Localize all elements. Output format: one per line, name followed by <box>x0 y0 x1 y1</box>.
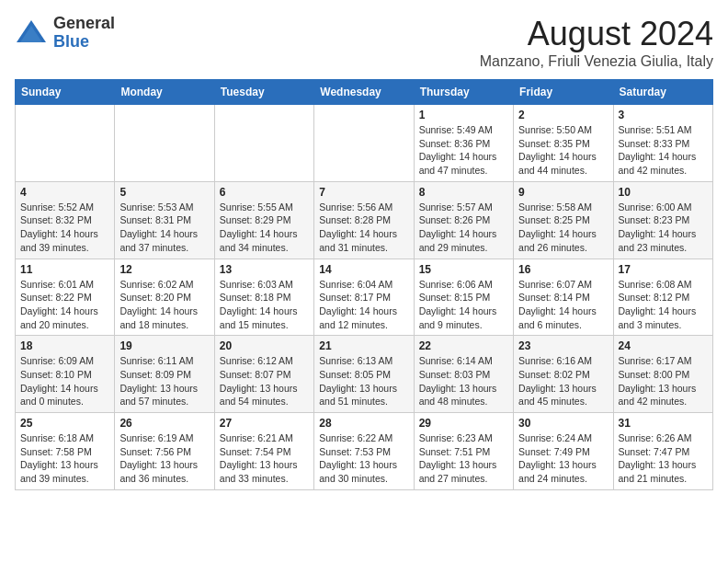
day-number: 16 <box>518 263 608 276</box>
day-number: 28 <box>319 417 408 430</box>
day-cell: 23Sunrise: 6:16 AMSunset: 8:02 PMDayligh… <box>514 336 613 413</box>
day-number: 17 <box>619 263 708 276</box>
day-info: Sunrise: 6:26 AMSunset: 7:47 PMDaylight:… <box>619 431 708 486</box>
location-title: Manzano, Friuli Venezia Giulia, Italy <box>480 53 713 70</box>
day-cell: 6Sunrise: 5:55 AMSunset: 8:29 PMDaylight… <box>214 181 313 259</box>
day-info: Sunrise: 6:02 AMSunset: 8:20 PMDaylight:… <box>119 278 209 332</box>
day-cell: 4Sunrise: 5:52 AMSunset: 8:32 PMDaylight… <box>16 181 115 259</box>
day-info: Sunrise: 6:17 AMSunset: 8:00 PMDaylight:… <box>619 354 708 408</box>
day-info: Sunrise: 6:23 AMSunset: 7:51 PMDaylight:… <box>419 431 508 486</box>
day-number: 18 <box>20 339 109 352</box>
weekday-header-thursday: Thursday <box>414 80 513 105</box>
day-info: Sunrise: 5:57 AMSunset: 8:26 PMDaylight:… <box>419 201 508 255</box>
day-number: 23 <box>518 339 608 352</box>
day-cell: 25Sunrise: 6:18 AMSunset: 7:58 PMDayligh… <box>16 413 115 490</box>
day-info: Sunrise: 6:18 AMSunset: 7:58 PMDaylight:… <box>20 431 109 486</box>
month-title: August 2024 <box>480 15 713 53</box>
weekday-header-tuesday: Tuesday <box>214 80 313 105</box>
day-cell: 7Sunrise: 5:56 AMSunset: 8:28 PMDaylight… <box>314 181 414 259</box>
day-cell: 1Sunrise: 5:49 AMSunset: 8:36 PMDaylight… <box>414 105 513 182</box>
day-cell: 20Sunrise: 6:12 AMSunset: 8:07 PMDayligh… <box>214 336 313 413</box>
day-cell: 3Sunrise: 5:51 AMSunset: 8:33 PMDaylight… <box>613 105 712 182</box>
day-cell: 14Sunrise: 6:04 AMSunset: 8:17 PMDayligh… <box>314 259 414 336</box>
day-info: Sunrise: 6:22 AMSunset: 7:53 PMDaylight:… <box>319 431 408 486</box>
day-info: Sunrise: 6:07 AMSunset: 8:14 PMDaylight:… <box>518 278 608 332</box>
day-info: Sunrise: 6:06 AMSunset: 8:15 PMDaylight:… <box>419 278 508 332</box>
day-cell: 17Sunrise: 6:08 AMSunset: 8:12 PMDayligh… <box>613 259 712 336</box>
day-info: Sunrise: 6:03 AMSunset: 8:18 PMDaylight:… <box>220 278 309 332</box>
day-number: 1 <box>419 109 508 121</box>
logo-icon <box>15 17 48 50</box>
day-info: Sunrise: 5:49 AMSunset: 8:36 PMDaylight:… <box>419 123 508 178</box>
day-info: Sunrise: 6:21 AMSunset: 7:54 PMDaylight:… <box>220 431 309 486</box>
day-cell: 18Sunrise: 6:09 AMSunset: 8:10 PMDayligh… <box>16 336 115 413</box>
day-cell <box>214 105 313 182</box>
week-row-2: 4Sunrise: 5:52 AMSunset: 8:32 PMDaylight… <box>16 181 713 259</box>
day-info: Sunrise: 6:11 AMSunset: 8:09 PMDaylight:… <box>119 354 209 408</box>
weekday-header-sunday: Sunday <box>16 80 115 105</box>
day-info: Sunrise: 5:50 AMSunset: 8:35 PMDaylight:… <box>518 123 608 178</box>
day-number: 21 <box>319 339 408 352</box>
day-cell: 12Sunrise: 6:02 AMSunset: 8:20 PMDayligh… <box>115 259 214 336</box>
day-number: 27 <box>220 417 309 430</box>
day-number: 7 <box>319 186 408 199</box>
weekday-header-friday: Friday <box>514 80 613 105</box>
day-info: Sunrise: 6:13 AMSunset: 8:05 PMDaylight:… <box>319 354 408 408</box>
day-info: Sunrise: 6:16 AMSunset: 8:02 PMDaylight:… <box>518 354 608 408</box>
day-number: 20 <box>220 339 309 352</box>
day-cell: 8Sunrise: 5:57 AMSunset: 8:26 PMDaylight… <box>414 181 513 259</box>
day-cell <box>115 105 214 182</box>
day-cell: 9Sunrise: 5:58 AMSunset: 8:25 PMDaylight… <box>514 181 613 259</box>
day-info: Sunrise: 5:51 AMSunset: 8:33 PMDaylight:… <box>619 123 708 178</box>
day-number: 2 <box>518 109 608 121</box>
day-cell: 10Sunrise: 6:00 AMSunset: 8:23 PMDayligh… <box>613 181 712 259</box>
day-number: 19 <box>119 339 209 352</box>
day-info: Sunrise: 5:52 AMSunset: 8:32 PMDaylight:… <box>20 201 109 255</box>
day-info: Sunrise: 6:00 AMSunset: 8:23 PMDaylight:… <box>619 201 708 255</box>
day-cell: 26Sunrise: 6:19 AMSunset: 7:56 PMDayligh… <box>115 413 214 490</box>
day-number: 24 <box>619 339 708 352</box>
week-row-1: 1Sunrise: 5:49 AMSunset: 8:36 PMDaylight… <box>16 105 713 182</box>
day-number: 30 <box>518 417 608 430</box>
day-cell: 16Sunrise: 6:07 AMSunset: 8:14 PMDayligh… <box>514 259 613 336</box>
day-info: Sunrise: 6:09 AMSunset: 8:10 PMDaylight:… <box>20 354 109 408</box>
day-cell: 2Sunrise: 5:50 AMSunset: 8:35 PMDaylight… <box>514 105 613 182</box>
page-header: General Blue August 2024 Manzano, Friuli… <box>15 15 713 70</box>
day-cell: 13Sunrise: 6:03 AMSunset: 8:18 PMDayligh… <box>214 259 313 336</box>
day-number: 29 <box>419 417 508 430</box>
day-number: 9 <box>518 186 608 199</box>
day-cell: 29Sunrise: 6:23 AMSunset: 7:51 PMDayligh… <box>414 413 513 490</box>
day-info: Sunrise: 6:12 AMSunset: 8:07 PMDaylight:… <box>220 354 309 408</box>
weekday-header-monday: Monday <box>115 80 214 105</box>
week-row-4: 18Sunrise: 6:09 AMSunset: 8:10 PMDayligh… <box>16 336 713 413</box>
day-info: Sunrise: 6:04 AMSunset: 8:17 PMDaylight:… <box>319 278 408 332</box>
week-row-3: 11Sunrise: 6:01 AMSunset: 8:22 PMDayligh… <box>16 259 713 336</box>
logo: General Blue <box>15 15 115 52</box>
day-cell <box>16 105 115 182</box>
weekday-header-row: SundayMondayTuesdayWednesdayThursdayFrid… <box>16 80 713 105</box>
day-cell: 24Sunrise: 6:17 AMSunset: 8:00 PMDayligh… <box>613 336 712 413</box>
day-number: 31 <box>619 417 708 430</box>
day-number: 6 <box>220 186 309 199</box>
day-number: 13 <box>220 263 309 276</box>
calendar-table: SundayMondayTuesdayWednesdayThursdayFrid… <box>15 79 713 490</box>
day-cell: 11Sunrise: 6:01 AMSunset: 8:22 PMDayligh… <box>16 259 115 336</box>
day-number: 25 <box>20 417 109 430</box>
day-cell: 30Sunrise: 6:24 AMSunset: 7:49 PMDayligh… <box>514 413 613 490</box>
day-number: 22 <box>419 339 508 352</box>
day-info: Sunrise: 6:19 AMSunset: 7:56 PMDaylight:… <box>119 431 209 486</box>
day-number: 5 <box>119 186 209 199</box>
day-number: 26 <box>119 417 209 430</box>
day-number: 15 <box>419 263 508 276</box>
day-cell: 5Sunrise: 5:53 AMSunset: 8:31 PMDaylight… <box>115 181 214 259</box>
day-cell: 21Sunrise: 6:13 AMSunset: 8:05 PMDayligh… <box>314 336 414 413</box>
day-number: 14 <box>319 263 408 276</box>
day-cell: 27Sunrise: 6:21 AMSunset: 7:54 PMDayligh… <box>214 413 313 490</box>
title-area: August 2024 Manzano, Friuli Venezia Giul… <box>480 15 713 70</box>
day-number: 11 <box>20 263 109 276</box>
day-info: Sunrise: 6:24 AMSunset: 7:49 PMDaylight:… <box>518 431 608 486</box>
day-info: Sunrise: 5:56 AMSunset: 8:28 PMDaylight:… <box>319 201 408 255</box>
day-info: Sunrise: 5:58 AMSunset: 8:25 PMDaylight:… <box>518 201 608 255</box>
day-cell <box>314 105 414 182</box>
day-info: Sunrise: 5:53 AMSunset: 8:31 PMDaylight:… <box>119 201 209 255</box>
